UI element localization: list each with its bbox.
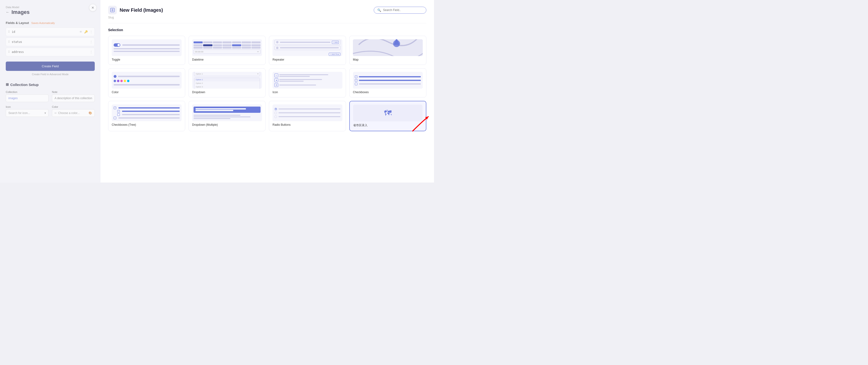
field-card-color[interactable]: Color (108, 68, 185, 97)
field-id-icons: 👁 🔑 ⋮ (80, 30, 93, 33)
field-card-datetime[interactable]: 00:00:00 ✏ Datetime (189, 36, 266, 65)
field-address-icons: ⋮ (90, 50, 93, 54)
icon-illustration: ☺ ★ ⚙ (273, 72, 342, 89)
color-label: Color (112, 90, 182, 94)
field-card-icon[interactable]: ☺ ★ ⚙ (269, 68, 346, 97)
close-button[interactable]: ✕ (89, 4, 97, 11)
collection-label: Collection (6, 90, 49, 93)
collection-setup-title: ⊞ Collection Setup (6, 82, 95, 87)
page-title-container: ← Images (6, 9, 95, 15)
checkboxes-tree-illustration: ✓ ✓ (112, 105, 182, 121)
datetime-label: Datetime (192, 58, 262, 61)
drag-handle-icon: ⠿ (8, 40, 10, 44)
field-grid-row1: Toggle (108, 36, 426, 65)
new-field-title: New Field (Images) (120, 7, 163, 13)
note-label: Note (52, 90, 95, 93)
color-field: Color ✏ Choose a color... 🎨 (52, 105, 95, 117)
field-type-icon (108, 6, 117, 15)
field-grid-row2: Color Option 1 ▾ Option 1 Option 2 Optio… (108, 68, 426, 97)
field-card-toggle[interactable]: Toggle (108, 36, 185, 65)
dropdown-multiple-label: Dropdown (Multiple) (192, 123, 262, 127)
field-card-checkboxes[interactable]: ✓ ✓ Checkboxes (349, 68, 426, 97)
color-select[interactable]: ✏ Choose a color... 🎨 (52, 109, 95, 117)
search-icon: 🔍 (377, 8, 381, 12)
eye-icon: 👁 (80, 30, 82, 33)
slug-label: Slug (108, 16, 426, 23)
search-field-box[interactable]: 🔍 (374, 7, 426, 13)
field-card-checkboxes-tree[interactable]: ✓ ✓ (108, 101, 185, 131)
datetime-illustration: 00:00:00 ✏ (192, 39, 262, 56)
saves-automatically-label: Saves Automatically (31, 22, 55, 24)
more-icon[interactable]: ⋮ (90, 30, 93, 33)
drag-handle-icon: ⠿ (8, 30, 10, 33)
checkboxes-illustration: ✓ ✓ (353, 72, 423, 89)
field-status-icons: ⋮ (90, 40, 93, 44)
field-row-id: ⠿ id 👁 🔑 ⋮ (6, 28, 95, 36)
repeater-illustration: + Add + Add Row (273, 39, 342, 56)
radio-buttons-label: Radio Buttons (273, 123, 342, 127)
dropdown-illustration: Option 1 ▾ Option 1 Option 2 Option 3 (192, 72, 262, 89)
color-placeholder: Choose a color... (58, 111, 80, 115)
fields-header: Fields & Layout Saves Automatically (6, 21, 95, 25)
toggle-label: Toggle (112, 58, 182, 61)
dropdown-multiple-illustration (192, 105, 262, 121)
province-map-icon: 🗺 (384, 109, 392, 118)
drag-handle-icon: ⠿ (8, 50, 10, 54)
breadcrumb: Data Model (6, 6, 19, 9)
icon-label: Icon (6, 105, 49, 108)
pencil-icon: ✏ (55, 112, 57, 115)
right-header: New Field (Images) 🔍 (108, 6, 426, 15)
fields-layout-label: Fields & Layout (6, 21, 29, 25)
note-field: Note (52, 90, 95, 102)
collection-input[interactable] (6, 94, 49, 102)
checkboxes-tree-label: Checkboxes (Tree) (112, 123, 182, 127)
key-icon: 🔑 (84, 30, 88, 33)
field-name-address: address (12, 50, 90, 54)
field-name-id: id (12, 30, 80, 33)
field-card-province[interactable]: 🗺 省市区录入 (349, 101, 426, 131)
collection-field: Collection (6, 90, 49, 102)
field-card-dropdown-multiple[interactable]: Dropdown (Multiple) (189, 101, 266, 131)
setup-grid: Collection Note Icon Search for icon... … (6, 90, 95, 117)
field-card-repeater[interactable]: + Add + Add Row Repeater (269, 36, 346, 65)
chevron-down-icon: ▾ (44, 111, 46, 115)
more-icon[interactable]: ⋮ (90, 40, 93, 44)
page-title: Images (11, 9, 30, 15)
color-label: Color (52, 105, 95, 108)
back-arrow-icon[interactable]: ← (6, 10, 9, 15)
selection-section-title: Selection (108, 28, 426, 32)
left-panel: Data Model ← Images Fields & Layout Save… (0, 0, 100, 182)
field-grid-row3: ✓ ✓ (108, 101, 426, 131)
icon-field: Icon Search for icon... ▾ (6, 105, 49, 117)
province-illustration: 🗺 (353, 105, 423, 121)
field-card-dropdown[interactable]: Option 1 ▾ Option 1 Option 2 Option 3 Dr… (189, 68, 266, 97)
svg-marker-4 (425, 117, 428, 119)
field-row-address: ⠿ address ⋮ (6, 48, 95, 56)
repeater-label: Repeater (273, 58, 342, 61)
checkboxes-label: Checkboxes (353, 90, 423, 94)
icon-label: Icon (273, 90, 342, 94)
map-label: Map (353, 58, 423, 61)
dropdown-label: Dropdown (192, 90, 262, 94)
create-field-advanced-link[interactable]: Create Field in Advanced Mode (6, 73, 95, 76)
right-panel: New Field (Images) 🔍 Slug Selection (100, 0, 434, 182)
icon-select[interactable]: Search for icon... ▾ (6, 109, 49, 117)
field-row-status: ⠿ status ⋮ (6, 37, 95, 46)
search-field-input[interactable] (383, 8, 423, 12)
field-card-map[interactable]: Map (349, 36, 426, 65)
radio-buttons-illustration (273, 105, 342, 121)
collection-setup-icon: ⊞ (6, 82, 9, 87)
toggle-illustration (112, 39, 182, 56)
more-icon[interactable]: ⋮ (90, 50, 93, 54)
note-input[interactable] (52, 94, 95, 102)
create-field-button[interactable]: Create Field (6, 61, 95, 71)
right-title-container: New Field (Images) (108, 6, 163, 15)
province-label: 省市区录入 (353, 123, 423, 128)
color-wheel-icon: 🎨 (89, 111, 92, 115)
collection-setup-section: ⊞ Collection Setup Collection Note Icon … (6, 82, 95, 117)
field-card-radio-buttons[interactable]: Radio Buttons (269, 101, 346, 131)
map-illustration (353, 39, 423, 56)
field-name-status: status (12, 40, 90, 44)
icon-placeholder: Search for icon... (8, 111, 30, 115)
color-illustration (112, 72, 182, 89)
